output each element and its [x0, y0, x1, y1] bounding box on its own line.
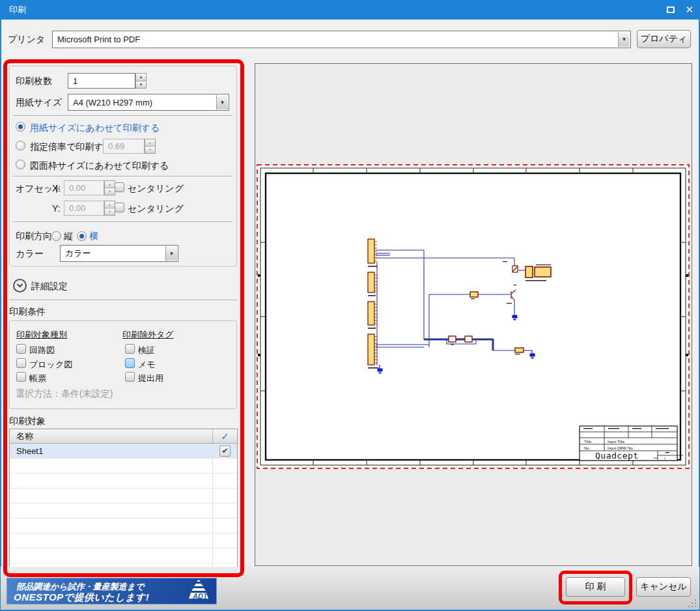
advertisement-banner[interactable]: 部品調達から試作・量産製造まで ONESTOPで提供いたします! ADT [7, 578, 217, 604]
centering-x-checkbox[interactable] [115, 182, 124, 192]
checkbox-memo[interactable] [125, 358, 135, 368]
separator [13, 115, 232, 116]
submission-label[interactable]: 提出用 [138, 373, 163, 384]
title-block-title-label: Title. [584, 440, 593, 444]
offset-y-value: 0.00 [69, 203, 85, 213]
offset-x-input[interactable]: 0.00 [64, 180, 104, 195]
table-row[interactable]: Sheet1 ✔ [10, 444, 237, 459]
fit-frame-label[interactable]: 図面枠サイズにあわせて印刷する [30, 160, 169, 172]
offset-y-input[interactable]: 0.00 [64, 201, 104, 216]
copies-input[interactable]: 1 [68, 73, 135, 89]
custom-scale-label[interactable]: 指定倍率で印刷する [30, 141, 113, 153]
checkbox-submission[interactable] [125, 372, 135, 382]
print-preview-panel[interactable]: Title. Input Title No. Input DRW No. Qua… [255, 63, 692, 566]
spin-down-icon[interactable]: ▼ [136, 81, 146, 89]
checkbox-circuit-diagram[interactable] [16, 344, 26, 354]
target-type-header: 印刷対象種別 [16, 329, 67, 341]
targets-title: 印刷対象 [9, 416, 46, 427]
restore-window-icon[interactable] [667, 7, 675, 13]
block-diagram-label[interactable]: ブロック図 [29, 359, 72, 371]
fit-frame-radio[interactable] [16, 160, 25, 169]
spin-up-icon[interactable]: ▲ [136, 74, 146, 81]
table-row-empty [10, 504, 237, 519]
cancel-button[interactable]: キャンセル [636, 577, 691, 597]
title-block-brand: Quadcept [595, 451, 639, 461]
title-block-title-value: Input Title [608, 440, 625, 444]
memo-label[interactable]: メモ [138, 359, 156, 371]
advanced-expander-button[interactable] [13, 279, 27, 292]
table-row-empty [10, 459, 237, 474]
name-column-header[interactable]: 名称 [10, 429, 213, 443]
check-column-header[interactable]: ✓ [213, 429, 237, 443]
color-value: カラー [65, 246, 91, 261]
title-block-no-label: No. [584, 446, 591, 450]
chevron-down-icon [16, 283, 23, 288]
landscape-radio[interactable] [77, 231, 87, 241]
portrait-radio[interactable] [51, 231, 61, 241]
chevron-down-icon[interactable]: ▼ [618, 32, 630, 47]
circuit-diagram-label[interactable]: 回路図 [29, 345, 55, 356]
portrait-label[interactable]: 縦 [64, 231, 73, 242]
centering-y-checkbox[interactable] [115, 203, 124, 212]
title-block: Title. Input Title No. Input DRW No. Qua… [580, 426, 683, 461]
sheet-name[interactable]: Sheet1 [10, 444, 213, 458]
title-block-no-value: Input DRW No. [608, 446, 634, 450]
printer-label: プリンタ [8, 34, 45, 46]
copies-label: 印刷枚数 [16, 76, 52, 87]
color-combobox[interactable]: カラー ▼ [60, 245, 178, 262]
separator [13, 221, 232, 222]
paper-size-label: 用紙サイズ [16, 97, 62, 109]
copies-value: 1 [73, 76, 77, 86]
print-button[interactable]: 印 刷 [566, 577, 625, 597]
checkbox-verification[interactable] [125, 344, 135, 354]
custom-scale-input[interactable]: 0.69 [103, 139, 145, 154]
table-row-empty [10, 519, 237, 533]
conditions-title: 印刷条件 [9, 306, 46, 318]
chevron-down-icon[interactable]: ▼ [216, 95, 228, 109]
selection-method-note: 選択方法：条件(未設定) [16, 388, 113, 400]
adt-logo: ADT [184, 580, 214, 604]
fit-paper-radio[interactable] [16, 122, 25, 132]
offset-x-label: X: [52, 183, 61, 193]
spin-up-icon: ▲ [105, 181, 115, 188]
printer-combobox[interactable]: Microsoft Print to PDF ▼ [52, 31, 631, 48]
targets-table: 名称 ✓ Sheet1 ✔ [9, 429, 238, 572]
separator [9, 300, 237, 300]
properties-button[interactable]: プロパティ [637, 30, 691, 48]
chevron-down-icon[interactable]: ▼ [165, 246, 177, 261]
advanced-settings-label[interactable]: 詳細設定 [31, 281, 68, 292]
copies-stepper[interactable]: ▲ ▼ [135, 73, 147, 89]
fit-paper-label[interactable]: 用紙サイズにあわせて印刷する [30, 122, 160, 134]
spin-up-icon: ▲ [105, 201, 115, 208]
row-checkbox[interactable]: ✔ [219, 446, 231, 457]
checkbox-block-diagram[interactable] [16, 358, 26, 368]
offset-x-stepper[interactable]: ▲ ▼ [104, 180, 115, 195]
verification-label[interactable]: 検証 [138, 345, 155, 356]
spin-down-icon: ▼ [145, 147, 155, 153]
spin-up-icon: ▲ [145, 139, 155, 147]
print-dialog: 印刷 ✕ プリンタ Microsoft Print to PDF ▼ プロパティ… [0, 0, 700, 611]
custom-scale-radio[interactable] [16, 141, 25, 150]
spin-down-icon: ▼ [105, 188, 115, 195]
table-row-empty [10, 489, 237, 504]
orientation-label: 印刷方向 [16, 231, 52, 242]
landscape-label[interactable]: 横 [89, 231, 98, 242]
checkbox-report[interactable] [16, 372, 26, 382]
custom-scale-value: 0.69 [108, 141, 124, 151]
table-header[interactable]: 名称 ✓ [10, 429, 237, 444]
paper-size-value: A4 (W210 H297 mm) [73, 94, 152, 110]
title-bar[interactable]: 印刷 ✕ [0, 0, 700, 20]
custom-scale-stepper[interactable]: ▲ ▼ [145, 139, 156, 154]
table-row-empty [10, 533, 237, 548]
resize-grip[interactable] [688, 599, 697, 608]
color-label: カラー [16, 248, 44, 260]
offset-y-stepper[interactable]: ▲ ▼ [104, 201, 115, 216]
spin-down-icon: ▼ [105, 208, 115, 215]
close-icon[interactable]: ✕ [685, 0, 693, 20]
page-selection-outline [257, 165, 689, 468]
centering-x-label[interactable]: センタリング [128, 183, 184, 195]
offset-x-value: 0.00 [69, 183, 85, 193]
report-label[interactable]: 帳票 [29, 373, 46, 384]
paper-size-combobox[interactable]: A4 (W210 H297 mm) ▼ [68, 94, 229, 111]
centering-y-label[interactable]: センタリング [128, 203, 184, 215]
